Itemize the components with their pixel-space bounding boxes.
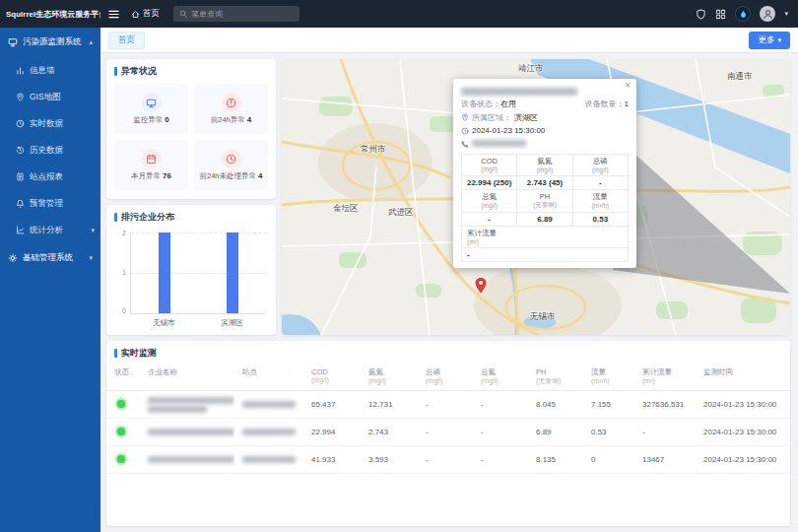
stat-value: 4 [258, 171, 262, 180]
location-pin-icon [461, 113, 469, 121]
cell-ph: 8.045 [528, 391, 583, 419]
map-marker-icon[interactable] [475, 278, 487, 294]
map-label-city: 靖江市 [518, 63, 544, 75]
device-status-label: 设备状态： [461, 100, 500, 108]
sidebar-item-label: 历史数据 [30, 145, 63, 157]
metric-unit: (m³/h) [575, 202, 626, 209]
menu-search[interactable] [173, 6, 299, 22]
cell-time: 2024-01-23 15:30:00 [696, 391, 790, 419]
sidebar-item-info-wall[interactable]: 信息墙 [0, 57, 100, 84]
cell-nh3: 2.743 [361, 419, 418, 446]
region-label: 所属区域： [472, 113, 511, 123]
sidebar-item-label: GIS地图 [30, 92, 61, 103]
col-time: 监测时间 [703, 367, 790, 377]
cell-cod: 65.437 [303, 391, 361, 419]
sidebar-item-realtime-data[interactable]: 实时数据 [0, 110, 100, 137]
col-total-flow: 累计流量 [642, 367, 696, 377]
cell-station-redacted [234, 446, 303, 474]
metric-value-ph: 6.89 [517, 212, 572, 226]
sidebar-item-label: 预警管理 [30, 198, 63, 210]
topbar-actions: ▾ [696, 6, 798, 22]
col-nh3: 氨氮 [368, 367, 418, 377]
sidebar-item-gis-map[interactable]: GIS地图 [0, 84, 100, 110]
col-enterprise: 企业名称 [148, 367, 234, 377]
bell-icon [16, 199, 25, 208]
cell-tp: - [418, 446, 473, 474]
tab-strip: 首页 更多 ▾ [100, 28, 798, 53]
cell-status [106, 391, 140, 419]
shield-icon[interactable] [696, 9, 706, 20]
card-title: 异常状况 [121, 65, 157, 78]
clock-alert-icon [222, 149, 241, 168]
cell-tp: - [418, 419, 473, 446]
sidebar: 污染源监测系统 ▴ 信息墙 GIS地图 实时数据 历史数据 站点报表 预警管理 [0, 28, 100, 532]
table-row[interactable]: 22.994 2.743 - - 6.89 0.53 - 2024-01-23 … [106, 419, 790, 446]
sidebar-section-pollution-system[interactable]: 污染源监测系统 ▴ [0, 28, 100, 57]
card-title: 实时监测 [121, 347, 157, 360]
sidebar-item-alert-management[interactable]: 预警管理 [0, 190, 100, 217]
metric-label: 流量 [575, 192, 626, 202]
cell-time: 2024-01-23 15:30:00 [696, 419, 790, 446]
alert-circle-icon [222, 93, 241, 112]
tab-home[interactable]: 首页 [108, 32, 145, 49]
metric-value-cod: 22.994 (250) [462, 175, 517, 189]
col-cod: COD [311, 367, 361, 376]
monitor-abnormal-icon [142, 93, 162, 112]
breadcrumb-home-label: 首页 [143, 8, 160, 20]
map-pin-icon [16, 93, 25, 101]
gridline [131, 273, 266, 274]
stat-tile-unhandled-abnormal[interactable]: 前24h未处理异常4 [194, 140, 268, 190]
user-menu-caret-icon[interactable]: ▾ [784, 10, 788, 18]
stat-tile-month-abnormal[interactable]: 本月异常76 [114, 140, 188, 190]
map-label-city: 南通市 [727, 71, 753, 83]
hamburger-menu-icon[interactable] [108, 9, 119, 20]
sidebar-section-basic-system[interactable]: 基础管理系统 ▾ [0, 243, 100, 273]
table-row[interactable]: 41.933 3.593 - - 8.135 0 13467 2024-01-2… [106, 446, 790, 474]
sidebar-item-history-data[interactable]: 历史数据 [0, 137, 100, 164]
x-axis-labels: 无锡市 滨湖区 [130, 316, 266, 330]
station-title-redacted [461, 88, 577, 96]
stat-value: 0 [165, 115, 168, 124]
bar-chart: 2 1 0 无锡市 滨湖区 [114, 230, 268, 330]
stat-tile-last24h-abnormal[interactable]: 前24h异常4 [194, 84, 268, 134]
stat-value: 4 [247, 115, 251, 124]
metric-value-tn: - [462, 212, 517, 226]
sidebar-item-station-report[interactable]: 站点报表 [0, 164, 100, 190]
gis-map[interactable]: 靖江市 南通市 常州市 金坛区 武进区 无锡市 × [282, 59, 790, 335]
monitor-system-icon [8, 37, 18, 47]
cell-nh3: 12.731 [361, 391, 418, 419]
close-icon[interactable]: × [625, 81, 631, 91]
abnormal-status-card: 异常状况 监控异常0 前24h异常4 [106, 59, 276, 199]
col-station: 站点 [242, 367, 303, 377]
cell-tn: - [473, 446, 528, 474]
cell-status [106, 446, 140, 474]
water-drop-logo[interactable] [735, 6, 751, 22]
stat-label: 前24h异常 [211, 115, 245, 124]
col-tn: 总氮 [481, 367, 528, 377]
cell-enterprise-redacted [140, 419, 234, 446]
user-avatar[interactable] [760, 6, 775, 22]
sidebar-item-statistics[interactable]: 统计分析 ▾ [0, 217, 100, 243]
cell-flow: 0 [583, 446, 634, 474]
chart-header: 排污企业分布 [106, 205, 276, 228]
apps-grid-icon[interactable] [715, 9, 726, 20]
cell-enterprise-redacted [140, 391, 234, 419]
search-input[interactable] [191, 10, 294, 19]
stat-label: 本月异常 [131, 171, 161, 180]
stat-tiles: 监控异常0 前24h异常4 本月异常76 [106, 82, 276, 198]
breadcrumb-home[interactable]: 首页 [131, 8, 160, 20]
metric-unit: (mg/l) [464, 202, 514, 209]
bar-binhu [227, 233, 238, 313]
clock-icon [461, 127, 469, 135]
metric-label: 总磷 [575, 157, 626, 166]
main-area: 首页 更多 ▾ 异常状况 监控异常0 [100, 28, 798, 532]
more-button[interactable]: 更多 ▾ [749, 32, 790, 49]
map-infowindow: × 设备状态：在用 设备数量：1 所属区域： 滨湖区 2024-01-23 15… [453, 79, 636, 268]
stat-tile-monitor-abnormal[interactable]: 监控异常0 [114, 84, 188, 134]
cell-nh3: 3.593 [361, 446, 418, 474]
app-root: Squirrel生态环境云服务平台 首页 ▾ [0, 0, 798, 532]
sidebar-item-label: 实时数据 [30, 118, 63, 130]
sidebar-section-label: 基础管理系统 [23, 252, 73, 264]
metric-label: COD [464, 157, 514, 166]
table-row[interactable]: 65.437 12.731 - - 8.045 7.155 327636.531… [106, 391, 790, 419]
